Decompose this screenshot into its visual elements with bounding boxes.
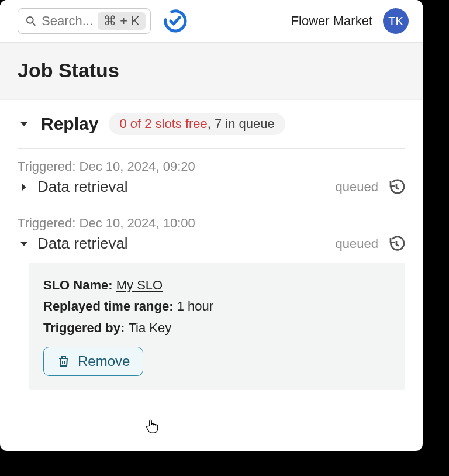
pointer-cursor-icon — [144, 418, 161, 434]
replay-section: Replay 0 of 2 slots free, 7 in queue Tri… — [0, 100, 423, 412]
chevron-right-icon — [18, 181, 30, 194]
job-row[interactable]: Data retrieval queued — [18, 234, 405, 253]
history-icon[interactable] — [388, 235, 405, 253]
remove-button[interactable]: Remove — [43, 347, 143, 376]
slots-pill: 0 of 2 slots free, 7 in queue — [109, 113, 285, 135]
chevron-down-icon — [18, 237, 30, 250]
svg-point-0 — [27, 17, 33, 23]
job-name: Data retrieval — [37, 234, 128, 253]
status-badge: queued — [336, 180, 378, 195]
detail-by: Triggered by: Tia Key — [43, 318, 391, 339]
job-row[interactable]: Data retrieval queued — [18, 178, 405, 196]
page-titlebar: Job Status — [0, 43, 423, 100]
search-placeholder: Search... — [42, 13, 93, 29]
top-header: Search... ⌘ + K Flower Market TK — [0, 0, 423, 43]
job-name: Data retrieval — [37, 178, 128, 196]
queue-count: , 7 in queue — [208, 116, 275, 131]
page-title: Job Status — [18, 59, 405, 82]
chevron-down-icon — [18, 118, 30, 130]
trash-icon — [57, 354, 71, 368]
job-item: Triggered: Dec 10, 2024, 10:00 Data retr… — [18, 201, 405, 395]
section-header[interactable]: Replay 0 of 2 slots free, 7 in queue — [18, 113, 405, 149]
triggered-line: Triggered: Dec 10, 2024, 09:20 — [18, 159, 405, 174]
app-window: Search... ⌘ + K Flower Market TK Job Sta… — [0, 0, 423, 451]
search-shortcut: ⌘ + K — [98, 12, 146, 30]
triggered-line: Triggered: Dec 10, 2024, 10:00 — [18, 216, 405, 231]
search-icon — [25, 15, 37, 27]
search-input[interactable]: Search... ⌘ + K — [18, 8, 151, 34]
slots-free: 0 of 2 slots free — [119, 116, 207, 131]
org-name[interactable]: Flower Market — [291, 13, 372, 29]
section-title: Replay — [41, 114, 98, 134]
org-block: Flower Market TK — [291, 8, 409, 34]
svg-line-1 — [33, 23, 36, 26]
job-item: Triggered: Dec 10, 2024, 09:20 Data retr… — [18, 149, 405, 201]
avatar[interactable]: TK — [383, 8, 409, 34]
slo-link[interactable]: My SLO — [116, 278, 163, 292]
history-icon[interactable] — [388, 178, 405, 196]
detail-slo: SLO Name: My SLO — [43, 275, 391, 296]
app-logo-icon — [163, 8, 188, 34]
detail-range: Replayed time range: 1 hour — [43, 296, 391, 317]
job-details: SLO Name: My SLO Replayed time range: 1 … — [29, 263, 405, 390]
status-badge: queued — [336, 236, 378, 251]
